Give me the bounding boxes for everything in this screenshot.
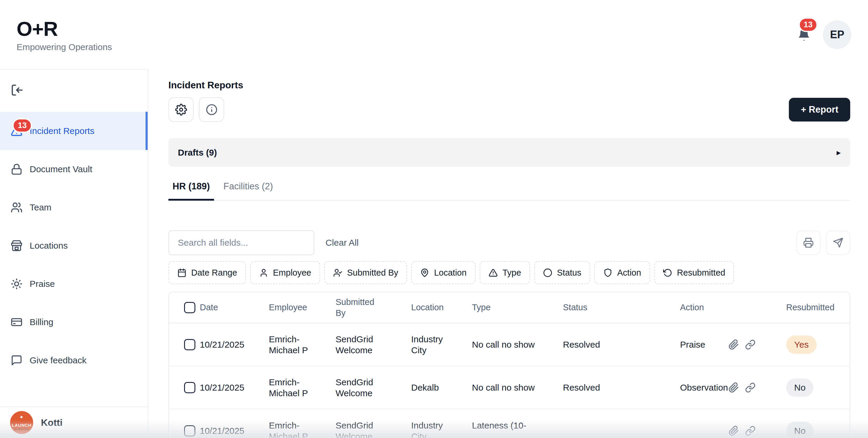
sidebar-item-locations[interactable]: Locations (0, 226, 148, 264)
page-title: Incident Reports (168, 80, 850, 91)
calendar-icon (177, 268, 186, 277)
sidebar-item-label: Locations (30, 241, 68, 251)
print-button[interactable] (796, 230, 820, 255)
cell-attachments (721, 382, 778, 393)
filter-label: Status (557, 268, 581, 278)
col-status: Status (555, 302, 672, 313)
filter-label: Action (617, 268, 641, 278)
cell-attachments (721, 426, 778, 436)
info-icon (206, 104, 218, 116)
sidebar-item-label: Give feedback (30, 355, 87, 366)
resubmitted-badge: No (786, 378, 813, 397)
circle-icon (543, 268, 552, 277)
cell-status: Resolved (555, 382, 672, 393)
col-action: Action (672, 302, 721, 313)
credit-card-icon (11, 316, 23, 328)
filter-status[interactable]: Status (534, 261, 590, 284)
lock-icon (11, 163, 23, 175)
filter-label: Employee (273, 268, 311, 278)
rocket-icon: ✦ (19, 414, 24, 420)
table-row[interactable]: 10/21/2025 Emrich-Michael P SendGrid Wel… (169, 366, 849, 409)
cell-resubmitted: No (778, 422, 849, 438)
sidebar-item-label: Billing (30, 317, 53, 327)
title-actions-row: + Report (168, 97, 850, 122)
cell-resubmitted: No (778, 378, 849, 397)
table-row[interactable]: 10/21/2025 Emrich-Michael P SendGrid Wel… (169, 323, 849, 366)
tabs: HR (189) Facilities (2) (168, 179, 850, 200)
add-report-button[interactable]: + Report (789, 98, 850, 122)
filter-label: Submitted By (347, 268, 398, 278)
sidebar-item-team[interactable]: Team (0, 188, 148, 226)
table-row[interactable]: 10/21/2025 Emrich-Michael P SendGrid Wel… (169, 409, 849, 438)
filter-action[interactable]: Action (594, 261, 650, 284)
filter-employee[interactable]: Employee (250, 261, 320, 284)
org-name: Kotti (41, 417, 63, 428)
export-button[interactable] (826, 230, 850, 255)
filter-date-range[interactable]: Date Range (168, 261, 246, 284)
header-actions: 13 EP (797, 21, 851, 49)
link-icon[interactable] (745, 426, 756, 436)
rotate-ccw-icon (663, 268, 672, 277)
tab-facilities[interactable]: Facilities (2) (219, 179, 277, 200)
cell-action: Observation (672, 382, 721, 393)
incidents-table: Date Employee Submitted By Location Type… (168, 291, 850, 438)
cell-employee: Emrich-Michael P (261, 420, 328, 438)
filter-location[interactable]: Location (411, 261, 475, 284)
cell-submitted-by: SendGrid Welcome (328, 420, 403, 438)
sidebar-item-label: Incident Reports (30, 126, 94, 136)
filter-submitted-by[interactable]: Submitted By (324, 261, 407, 284)
cell-status: Resolved (555, 339, 672, 350)
cell-submitted-by: SendGrid Welcome (328, 377, 403, 399)
sidebar-item-give-feedback[interactable]: Give feedback (0, 341, 148, 379)
sidebar-item-label: Document Vault (30, 164, 92, 174)
cell-type: No call no show (464, 339, 555, 350)
sidebar-item-incident-reports[interactable]: 13 Incident Reports (0, 112, 148, 150)
cell-type: No call no show (464, 382, 555, 393)
app-header: O+R Empowering Operations 13 EP (0, 0, 868, 69)
cell-resubmitted: Yes (778, 336, 849, 354)
sun-icon (11, 278, 23, 290)
sidebar-item-billing[interactable]: Billing (0, 303, 148, 341)
info-button[interactable] (199, 97, 224, 122)
filter-label: Date Range (191, 268, 237, 278)
gear-icon (175, 104, 187, 116)
link-icon[interactable] (745, 382, 756, 393)
cell-action: Praise (672, 339, 721, 350)
filter-resubmitted[interactable]: Resubmitted (654, 261, 734, 284)
paperclip-icon[interactable] (728, 426, 739, 436)
settings-button[interactable] (168, 97, 193, 122)
filter-label: Type (502, 268, 521, 278)
cell-date: 10/21/2025 (192, 339, 261, 350)
col-location: Location (403, 302, 464, 313)
sidebar-collapse-button[interactable] (10, 83, 24, 97)
avatar[interactable]: EP (823, 21, 851, 49)
incident-count-badge: 13 (12, 118, 32, 133)
panel-collapse-icon (11, 84, 24, 97)
sidebar-item-document-vault[interactable]: Document Vault (0, 150, 148, 188)
cell-date: 10/21/2025 (192, 425, 261, 436)
link-icon[interactable] (745, 339, 756, 350)
search-input[interactable] (168, 230, 314, 255)
storefront-icon (11, 240, 23, 252)
filter-label: Location (434, 268, 467, 278)
cell-submitted-by: SendGrid Welcome (328, 334, 403, 355)
sidebar-item-label: Team (30, 202, 51, 213)
sidebar: 13 Incident Reports Document Vault Team … (0, 69, 148, 438)
org-switcher[interactable]: ✦ LAUNCH BURRITOS Kotti (0, 407, 148, 438)
clear-all-button[interactable]: Clear All (326, 238, 359, 248)
sidebar-nav: 13 Incident Reports Document Vault Team … (0, 112, 148, 407)
sidebar-item-praise[interactable]: Praise (0, 264, 148, 303)
drafts-panel[interactable]: Drafts (9) ▸ (168, 138, 850, 167)
brand: O+R Empowering Operations (17, 17, 112, 52)
org-logo-text: LAUNCH (12, 423, 31, 427)
paperclip-icon[interactable] (728, 339, 739, 350)
notifications-button[interactable]: 13 (797, 28, 811, 42)
shield-icon (603, 268, 613, 277)
tab-hr[interactable]: HR (189) (168, 179, 214, 200)
filter-type[interactable]: Type (479, 261, 530, 284)
table-header-row: Date Employee Submitted By Location Type… (169, 292, 849, 323)
col-submitted-by: Submitted By (328, 296, 403, 318)
paperclip-icon[interactable] (728, 382, 739, 393)
user-check-icon (333, 268, 342, 277)
app-root: O+R Empowering Operations 13 EP 13 Incid… (0, 0, 868, 438)
